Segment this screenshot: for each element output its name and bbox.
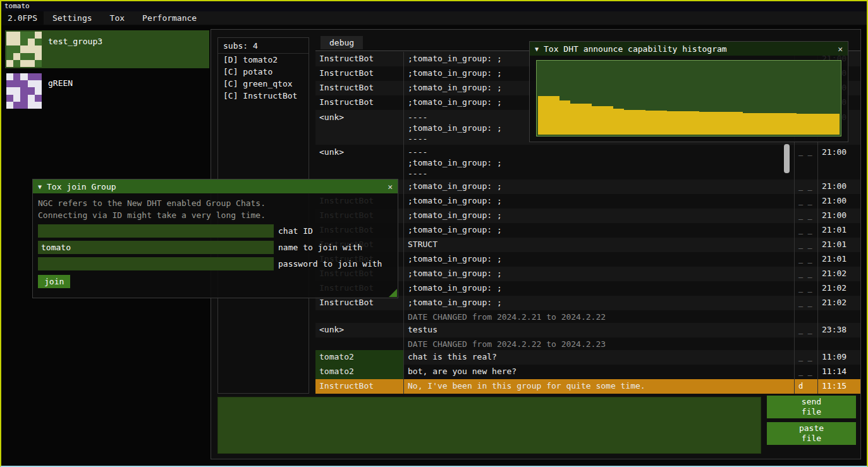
- date-separator-row: DATE CHANGED from 2024.2.22 to 2024.2.23: [315, 337, 860, 350]
- message-time: 23:38: [817, 323, 860, 337]
- histogram-bar: [538, 96, 549, 135]
- collapse-arrow-icon[interactable]: ▼: [38, 183, 42, 190]
- date-separator-row: DATE CHANGED from 2024.2.21 to 2024.2.22: [315, 310, 860, 323]
- resize-grip[interactable]: [389, 289, 397, 297]
- histogram-bar: [786, 113, 797, 135]
- sender-name: <unk>: [315, 323, 403, 337]
- histogram-bar: [797, 114, 807, 135]
- collapse-arrow-icon[interactable]: ▼: [535, 45, 539, 52]
- message-time: 11:15: [817, 379, 860, 394]
- send-file-button[interactable]: send file: [767, 396, 856, 418]
- message-text: No, I've been in this group for quite so…: [403, 379, 794, 394]
- menu-item-settings[interactable]: Settings: [44, 11, 101, 25]
- paste-file-button[interactable]: paste file: [767, 422, 856, 445]
- message-text: ;tomato_in_group: ;: [403, 209, 794, 223]
- message-input[interactable]: [217, 397, 761, 454]
- histogram-bar: [754, 113, 764, 135]
- histogram-bar: [645, 111, 656, 135]
- message-text: ;tomato_in_group: ;: [403, 252, 794, 267]
- message-text: ;tomato_in_group: ;: [403, 223, 794, 238]
- member-item[interactable]: [D] tomato2: [218, 54, 309, 66]
- message-text: testus: [403, 323, 794, 337]
- sender-name: InstructBot: [315, 52, 403, 66]
- sender-name: tomato2: [315, 365, 403, 379]
- histogram-bar: [549, 96, 559, 135]
- menu-item-tox[interactable]: Tox: [101, 11, 133, 25]
- message-time: 21:00: [817, 145, 860, 179]
- delivery-flags: _ _: [794, 145, 817, 179]
- join-name-label: name to join with: [274, 243, 362, 252]
- group-item-gREEN[interactable]: gREEN: [5, 72, 209, 110]
- sender-name: tomato2: [315, 350, 403, 365]
- histogram-bar: [688, 111, 699, 135]
- sender-name: InstructBot: [315, 66, 403, 81]
- delivery-flags: _ _: [794, 223, 817, 238]
- member-item[interactable]: [C] green_qtox: [218, 78, 309, 90]
- histogram-bar: [624, 110, 635, 135]
- chat-scrollbar[interactable]: [784, 144, 790, 173]
- dht-histogram-plot: [536, 60, 841, 136]
- sender-name: InstructBot: [315, 95, 403, 110]
- histogram-bar: [775, 113, 786, 135]
- join-group-titlebar[interactable]: ▼ Tox join Group ✕: [33, 179, 398, 193]
- group-item-test_group3[interactable]: test_group3: [5, 30, 209, 68]
- delivery-flags: _ _: [794, 323, 817, 337]
- chat-id-input[interactable]: [38, 224, 274, 238]
- histogram-bar: [581, 104, 592, 135]
- delivery-flags: _ _: [794, 350, 817, 365]
- message-text: ;tomato_in_group: ;: [403, 267, 794, 281]
- tab-debug[interactable]: debug: [321, 36, 363, 49]
- dht-histogram-titlebar[interactable]: ▼ Tox DHT announce capability histogram …: [530, 42, 848, 56]
- delivery-flags: _ _: [794, 209, 817, 223]
- message-row: tomato2chat is this real?_ _11:09: [315, 350, 860, 365]
- menu-item-performance[interactable]: Performance: [133, 11, 205, 25]
- close-icon[interactable]: ✕: [838, 44, 843, 54]
- histogram-bar: [743, 113, 754, 135]
- message-time: 21:01: [817, 252, 860, 267]
- ngc-info-line-1: NGC refers to the New DHT enabled Group …: [38, 197, 393, 209]
- sender-name: InstructBot: [315, 379, 403, 394]
- message-row: tomato2bot, are you new here?_ _11:14: [315, 365, 860, 379]
- group-name: gREEN: [42, 73, 73, 109]
- histogram-bar: [678, 111, 688, 135]
- subs-count-header: subs: 4: [218, 38, 309, 54]
- message-text: STRUCT: [403, 238, 794, 252]
- histogram-bar: [656, 111, 667, 135]
- ngc-info-line-2: Connecting via ID might take a very long…: [38, 209, 393, 221]
- message-time: 21:02: [817, 267, 860, 281]
- group-avatar: [6, 73, 42, 109]
- delivery-flags: _ _: [794, 194, 817, 209]
- menu-item-2-0fps: 2.0FPS: [1, 11, 44, 25]
- menubar: 2.0FPSSettingsToxPerformance: [1, 11, 867, 25]
- message-time: 21:00: [817, 194, 860, 209]
- histogram-bar: [592, 106, 602, 135]
- join-name-input[interactable]: [38, 241, 274, 254]
- close-icon[interactable]: ✕: [388, 182, 393, 191]
- histogram-bar: [667, 111, 678, 135]
- group-name: test_group3: [42, 32, 102, 67]
- date-changed-text: DATE CHANGED from 2024.2.22 to 2024.2.23: [403, 337, 794, 350]
- join-group-body: NGC refers to the New DHT enabled Group …: [33, 193, 398, 298]
- delivery-flags: _ _: [794, 252, 817, 267]
- histogram-bar: [732, 112, 743, 135]
- delivery-flags: _ _: [794, 267, 817, 281]
- message-text: ;tomato_in_group: ;: [403, 179, 794, 194]
- histogram-bar: [602, 106, 613, 135]
- sender-name: <unk>: [315, 145, 403, 179]
- histogram-bar: [699, 112, 710, 135]
- member-item[interactable]: [C] InstructBot: [218, 90, 309, 102]
- join-password-label: password to join with: [274, 259, 382, 269]
- delivery-flags: d: [794, 379, 817, 394]
- histogram-bar: [559, 100, 570, 135]
- histogram-bar: [829, 114, 840, 135]
- join-button[interactable]: join: [38, 275, 70, 288]
- histogram-bar: [570, 104, 581, 135]
- delivery-flags: _ _: [794, 296, 817, 310]
- dht-histogram-window: ▼ Tox DHT announce capability histogram …: [529, 41, 848, 142]
- join-group-title: Tox join Group: [47, 182, 116, 191]
- member-item[interactable]: [C] potato: [218, 66, 309, 78]
- join-password-input[interactable]: [38, 257, 274, 270]
- group-avatar: [6, 32, 42, 67]
- window-title: tomato: [4, 2, 30, 10]
- delivery-flags: _ _: [794, 238, 817, 252]
